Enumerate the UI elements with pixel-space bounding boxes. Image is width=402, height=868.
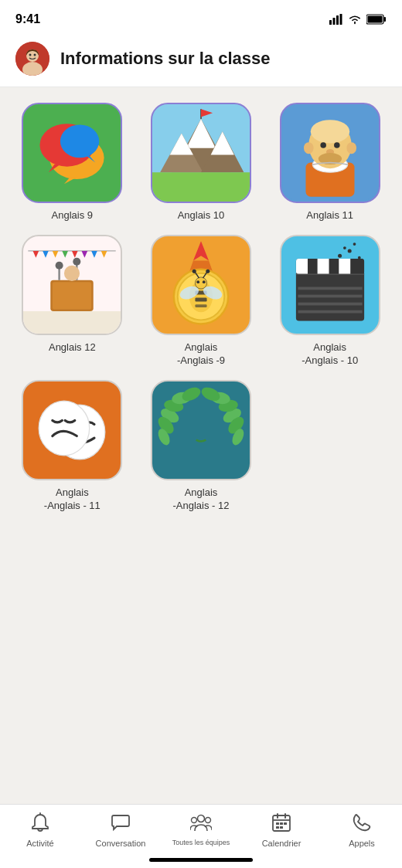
svg-rect-124 <box>284 822 287 825</box>
battery-icon <box>366 14 387 25</box>
course-icon-anglais-10 <box>280 235 380 335</box>
tab-appels[interactable]: Appels <box>322 812 402 848</box>
svg-rect-29 <box>152 172 250 202</box>
phone-icon <box>352 812 372 836</box>
svg-point-35 <box>320 142 326 148</box>
course-label-anglais10: Anglais 10 <box>178 209 225 222</box>
status-time: 9:41 <box>15 12 40 26</box>
tab-activite-label: Activité <box>26 839 53 848</box>
tab-appels-label: Appels <box>349 839 375 848</box>
svg-rect-66 <box>195 297 206 301</box>
list-item[interactable]: Anglais 10 <box>141 103 261 222</box>
svg-rect-5 <box>384 17 387 22</box>
svg-point-115 <box>198 815 205 822</box>
course-grid: Anglais 9 <box>12 103 390 512</box>
avatar <box>15 42 49 76</box>
svg-point-95 <box>358 256 361 259</box>
list-item[interactable]: Anglais -Anglais - 12 <box>141 380 261 513</box>
svg-rect-2 <box>336 15 339 25</box>
svg-point-96 <box>343 246 346 249</box>
svg-rect-3 <box>340 14 342 25</box>
svg-point-71 <box>196 280 199 283</box>
svg-rect-89 <box>329 259 339 274</box>
list-item[interactable]: Anglais -Anglais -9 <box>141 235 261 368</box>
svg-point-57 <box>64 266 80 281</box>
course-icon-anglais-9 <box>151 235 251 335</box>
svg-rect-67 <box>195 304 206 307</box>
course-label-anglais11: Anglais 11 <box>306 209 353 222</box>
svg-point-100 <box>39 401 90 456</box>
svg-point-54 <box>56 262 63 270</box>
svg-rect-125 <box>276 826 279 829</box>
svg-rect-82 <box>298 303 362 306</box>
tab-calendrier-label: Calendrier <box>262 839 302 848</box>
main-content: Anglais 9 <box>0 87 402 805</box>
signal-icon <box>329 14 343 25</box>
svg-rect-0 <box>329 20 332 25</box>
list-item[interactable]: Anglais -Anglais - 10 <box>270 235 390 368</box>
svg-rect-83 <box>298 310 362 314</box>
svg-point-93 <box>338 254 342 258</box>
tab-calendrier[interactable]: Calendrier <box>241 812 322 848</box>
svg-point-70 <box>195 277 206 289</box>
svg-point-34 <box>310 120 349 143</box>
course-label-anglais-12: Anglais -Anglais - 12 <box>173 487 230 513</box>
svg-point-74 <box>192 270 196 273</box>
svg-point-56 <box>73 258 81 266</box>
svg-point-36 <box>334 142 340 148</box>
header: Informations sur la classe <box>0 34 402 87</box>
svg-rect-122 <box>276 822 279 825</box>
svg-rect-91 <box>350 259 364 274</box>
svg-rect-6 <box>368 16 383 23</box>
svg-rect-58 <box>23 311 121 334</box>
bell-icon <box>30 812 50 836</box>
course-icon-anglais12 <box>22 235 122 335</box>
svg-rect-90 <box>339 259 350 274</box>
svg-point-11 <box>34 54 36 56</box>
list-item[interactable]: Anglais 11 <box>270 103 390 222</box>
tab-equipes-label: Toutes les équipes <box>172 839 230 846</box>
list-item[interactable]: Anglais 12 <box>12 235 132 368</box>
course-icon-anglais10 <box>151 103 251 203</box>
wifi-icon <box>348 14 362 25</box>
svg-point-97 <box>353 242 356 246</box>
svg-point-17 <box>60 124 99 158</box>
svg-rect-88 <box>317 259 329 274</box>
svg-rect-81 <box>298 294 362 297</box>
course-label-anglais9: Anglais 9 <box>52 209 93 222</box>
course-label-anglais-10: Anglais -Anglais - 10 <box>302 341 358 368</box>
tab-conversation-label: Conversation <box>96 839 146 848</box>
course-icon-anglais9 <box>22 103 122 203</box>
svg-point-40 <box>346 142 356 154</box>
status-icons <box>329 14 387 25</box>
teams-icon <box>190 812 212 836</box>
svg-rect-123 <box>280 822 283 825</box>
svg-point-117 <box>206 818 211 823</box>
chat-icon <box>111 812 131 836</box>
svg-point-72 <box>203 280 206 283</box>
course-icon-anglais11 <box>280 103 380 203</box>
status-bar: 9:41 <box>0 0 402 34</box>
svg-rect-126 <box>280 826 283 829</box>
tab-equipes[interactable]: Toutes les équipes <box>161 812 241 846</box>
home-indicator <box>149 858 253 862</box>
list-item[interactable]: Anglais -Anglais - 11 <box>12 380 132 513</box>
course-label-anglais-9: Anglais -Anglais -9 <box>177 341 225 368</box>
svg-point-94 <box>347 249 351 253</box>
page-title: Informations sur la classe <box>60 49 270 69</box>
svg-rect-80 <box>298 287 362 290</box>
svg-point-116 <box>192 818 197 823</box>
svg-rect-52 <box>53 282 91 309</box>
tab-activite[interactable]: Activité <box>0 812 80 848</box>
tab-conversation[interactable]: Conversation <box>80 812 161 848</box>
calendar-icon <box>271 812 291 836</box>
course-icon-anglais-11 <box>22 380 122 480</box>
svg-rect-1 <box>333 18 336 25</box>
course-label-anglais-11: Anglais -Anglais - 11 <box>44 487 100 513</box>
course-icon-anglais-12 <box>151 380 251 480</box>
course-label-anglais12: Anglais 12 <box>49 341 96 354</box>
svg-point-76 <box>206 270 210 273</box>
svg-point-10 <box>29 54 32 56</box>
list-item[interactable]: Anglais 9 <box>12 103 132 222</box>
svg-point-39 <box>304 142 314 154</box>
